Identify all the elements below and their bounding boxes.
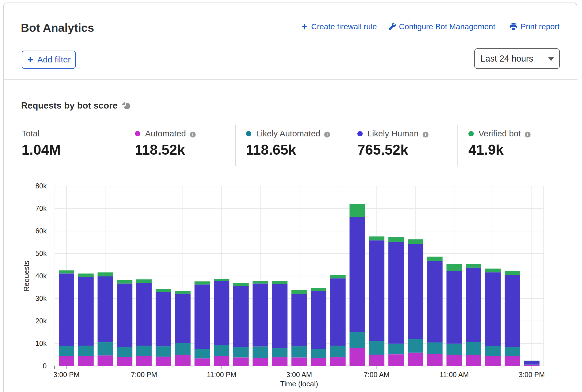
svg-text:11:00 PM: 11:00 PM (207, 371, 236, 379)
svg-text:Time (local): Time (local) (280, 380, 318, 388)
svg-text:20k: 20k (35, 317, 47, 325)
svg-text:80k: 80k (35, 182, 47, 190)
svg-text:7:00 PM: 7:00 PM (131, 371, 157, 379)
svg-text:0: 0 (43, 362, 47, 370)
svg-text:40k: 40k (35, 272, 47, 280)
svg-text:Requests: Requests (22, 261, 31, 292)
svg-text:3:00 AM: 3:00 AM (286, 371, 312, 379)
svg-text:70k: 70k (35, 204, 47, 212)
svg-text:10k: 10k (35, 339, 47, 347)
svg-text:50k: 50k (35, 249, 47, 257)
svg-text:60k: 60k (35, 227, 47, 235)
svg-text:7:00 AM: 7:00 AM (364, 371, 390, 379)
svg-text:3:00 PM: 3:00 PM (519, 371, 545, 379)
svg-text:11:00 AM: 11:00 AM (440, 371, 469, 379)
svg-text:3:00 PM: 3:00 PM (53, 371, 80, 379)
svg-text:30k: 30k (35, 294, 47, 302)
